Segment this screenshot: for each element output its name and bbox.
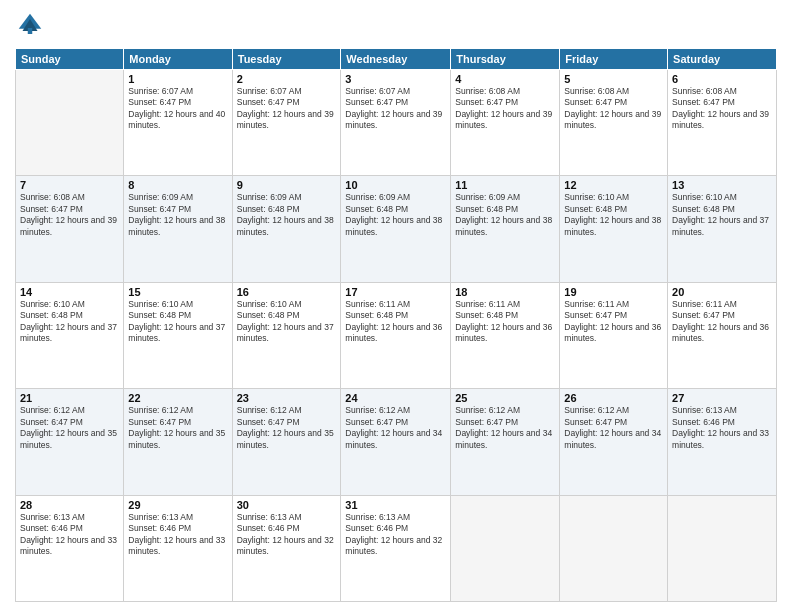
day-info: Sunrise: 6:10 AMSunset: 6:48 PMDaylight:…	[128, 299, 227, 345]
calendar-header-sunday: Sunday	[16, 49, 124, 70]
calendar-cell: 1Sunrise: 6:07 AMSunset: 6:47 PMDaylight…	[124, 70, 232, 176]
day-info: Sunrise: 6:07 AMSunset: 6:47 PMDaylight:…	[237, 86, 337, 132]
day-number: 4	[455, 73, 555, 85]
day-number: 24	[345, 392, 446, 404]
day-number: 30	[237, 499, 337, 511]
day-info: Sunrise: 6:10 AMSunset: 6:48 PMDaylight:…	[672, 192, 772, 238]
day-number: 17	[345, 286, 446, 298]
calendar-cell: 31Sunrise: 6:13 AMSunset: 6:46 PMDayligh…	[341, 495, 451, 601]
day-info: Sunrise: 6:07 AMSunset: 6:47 PMDaylight:…	[128, 86, 227, 132]
calendar-cell: 17Sunrise: 6:11 AMSunset: 6:48 PMDayligh…	[341, 282, 451, 388]
day-number: 29	[128, 499, 227, 511]
calendar-week-row: 14Sunrise: 6:10 AMSunset: 6:48 PMDayligh…	[16, 282, 777, 388]
calendar-header-friday: Friday	[560, 49, 668, 70]
day-number: 25	[455, 392, 555, 404]
day-info: Sunrise: 6:13 AMSunset: 6:46 PMDaylight:…	[345, 512, 446, 558]
day-info: Sunrise: 6:07 AMSunset: 6:47 PMDaylight:…	[345, 86, 446, 132]
day-number: 19	[564, 286, 663, 298]
calendar-cell: 4Sunrise: 6:08 AMSunset: 6:47 PMDaylight…	[451, 70, 560, 176]
calendar-cell: 14Sunrise: 6:10 AMSunset: 6:48 PMDayligh…	[16, 282, 124, 388]
day-info: Sunrise: 6:10 AMSunset: 6:48 PMDaylight:…	[20, 299, 119, 345]
day-info: Sunrise: 6:10 AMSunset: 6:48 PMDaylight:…	[564, 192, 663, 238]
calendar-cell: 30Sunrise: 6:13 AMSunset: 6:46 PMDayligh…	[232, 495, 341, 601]
calendar-header-wednesday: Wednesday	[341, 49, 451, 70]
calendar-cell: 21Sunrise: 6:12 AMSunset: 6:47 PMDayligh…	[16, 389, 124, 495]
day-number: 3	[345, 73, 446, 85]
calendar-week-row: 1Sunrise: 6:07 AMSunset: 6:47 PMDaylight…	[16, 70, 777, 176]
calendar-week-row: 28Sunrise: 6:13 AMSunset: 6:46 PMDayligh…	[16, 495, 777, 601]
day-info: Sunrise: 6:11 AMSunset: 6:48 PMDaylight:…	[345, 299, 446, 345]
calendar-cell: 23Sunrise: 6:12 AMSunset: 6:47 PMDayligh…	[232, 389, 341, 495]
day-number: 8	[128, 179, 227, 191]
calendar-cell: 7Sunrise: 6:08 AMSunset: 6:47 PMDaylight…	[16, 176, 124, 282]
calendar-cell: 10Sunrise: 6:09 AMSunset: 6:48 PMDayligh…	[341, 176, 451, 282]
calendar-header-thursday: Thursday	[451, 49, 560, 70]
day-number: 26	[564, 392, 663, 404]
day-info: Sunrise: 6:09 AMSunset: 6:48 PMDaylight:…	[237, 192, 337, 238]
day-number: 6	[672, 73, 772, 85]
day-number: 22	[128, 392, 227, 404]
calendar-cell: 22Sunrise: 6:12 AMSunset: 6:47 PMDayligh…	[124, 389, 232, 495]
day-number: 15	[128, 286, 227, 298]
calendar-header-tuesday: Tuesday	[232, 49, 341, 70]
calendar-cell: 28Sunrise: 6:13 AMSunset: 6:46 PMDayligh…	[16, 495, 124, 601]
day-number: 10	[345, 179, 446, 191]
calendar-header-saturday: Saturday	[668, 49, 777, 70]
calendar-cell: 27Sunrise: 6:13 AMSunset: 6:46 PMDayligh…	[668, 389, 777, 495]
day-number: 21	[20, 392, 119, 404]
day-number: 12	[564, 179, 663, 191]
day-number: 1	[128, 73, 227, 85]
day-number: 11	[455, 179, 555, 191]
day-info: Sunrise: 6:13 AMSunset: 6:46 PMDaylight:…	[237, 512, 337, 558]
calendar-cell: 6Sunrise: 6:08 AMSunset: 6:47 PMDaylight…	[668, 70, 777, 176]
calendar-cell: 13Sunrise: 6:10 AMSunset: 6:48 PMDayligh…	[668, 176, 777, 282]
day-info: Sunrise: 6:09 AMSunset: 6:47 PMDaylight:…	[128, 192, 227, 238]
calendar-cell: 8Sunrise: 6:09 AMSunset: 6:47 PMDaylight…	[124, 176, 232, 282]
calendar-cell: 19Sunrise: 6:11 AMSunset: 6:47 PMDayligh…	[560, 282, 668, 388]
day-number: 23	[237, 392, 337, 404]
day-info: Sunrise: 6:13 AMSunset: 6:46 PMDaylight:…	[128, 512, 227, 558]
calendar-cell: 29Sunrise: 6:13 AMSunset: 6:46 PMDayligh…	[124, 495, 232, 601]
day-number: 20	[672, 286, 772, 298]
calendar: SundayMondayTuesdayWednesdayThursdayFrid…	[15, 48, 777, 602]
svg-rect-2	[28, 28, 33, 34]
day-info: Sunrise: 6:08 AMSunset: 6:47 PMDaylight:…	[20, 192, 119, 238]
calendar-cell: 16Sunrise: 6:10 AMSunset: 6:48 PMDayligh…	[232, 282, 341, 388]
day-number: 7	[20, 179, 119, 191]
day-info: Sunrise: 6:12 AMSunset: 6:47 PMDaylight:…	[564, 405, 663, 451]
day-number: 14	[20, 286, 119, 298]
day-info: Sunrise: 6:12 AMSunset: 6:47 PMDaylight:…	[128, 405, 227, 451]
calendar-header-row: SundayMondayTuesdayWednesdayThursdayFrid…	[16, 49, 777, 70]
day-info: Sunrise: 6:13 AMSunset: 6:46 PMDaylight:…	[20, 512, 119, 558]
day-info: Sunrise: 6:08 AMSunset: 6:47 PMDaylight:…	[455, 86, 555, 132]
day-number: 5	[564, 73, 663, 85]
calendar-cell: 26Sunrise: 6:12 AMSunset: 6:47 PMDayligh…	[560, 389, 668, 495]
day-number: 9	[237, 179, 337, 191]
calendar-cell: 24Sunrise: 6:12 AMSunset: 6:47 PMDayligh…	[341, 389, 451, 495]
calendar-cell: 11Sunrise: 6:09 AMSunset: 6:48 PMDayligh…	[451, 176, 560, 282]
calendar-cell	[560, 495, 668, 601]
calendar-cell	[668, 495, 777, 601]
day-info: Sunrise: 6:09 AMSunset: 6:48 PMDaylight:…	[455, 192, 555, 238]
day-number: 27	[672, 392, 772, 404]
day-info: Sunrise: 6:11 AMSunset: 6:47 PMDaylight:…	[672, 299, 772, 345]
day-number: 28	[20, 499, 119, 511]
calendar-cell	[451, 495, 560, 601]
day-number: 13	[672, 179, 772, 191]
calendar-cell: 2Sunrise: 6:07 AMSunset: 6:47 PMDaylight…	[232, 70, 341, 176]
logo	[15, 10, 49, 40]
day-info: Sunrise: 6:08 AMSunset: 6:47 PMDaylight:…	[672, 86, 772, 132]
day-info: Sunrise: 6:12 AMSunset: 6:47 PMDaylight:…	[237, 405, 337, 451]
calendar-cell: 20Sunrise: 6:11 AMSunset: 6:47 PMDayligh…	[668, 282, 777, 388]
day-info: Sunrise: 6:08 AMSunset: 6:47 PMDaylight:…	[564, 86, 663, 132]
day-info: Sunrise: 6:13 AMSunset: 6:46 PMDaylight:…	[672, 405, 772, 451]
calendar-cell: 9Sunrise: 6:09 AMSunset: 6:48 PMDaylight…	[232, 176, 341, 282]
day-info: Sunrise: 6:09 AMSunset: 6:48 PMDaylight:…	[345, 192, 446, 238]
day-number: 18	[455, 286, 555, 298]
day-number: 2	[237, 73, 337, 85]
day-info: Sunrise: 6:11 AMSunset: 6:47 PMDaylight:…	[564, 299, 663, 345]
calendar-cell: 3Sunrise: 6:07 AMSunset: 6:47 PMDaylight…	[341, 70, 451, 176]
calendar-cell	[16, 70, 124, 176]
day-info: Sunrise: 6:12 AMSunset: 6:47 PMDaylight:…	[455, 405, 555, 451]
calendar-cell: 18Sunrise: 6:11 AMSunset: 6:48 PMDayligh…	[451, 282, 560, 388]
